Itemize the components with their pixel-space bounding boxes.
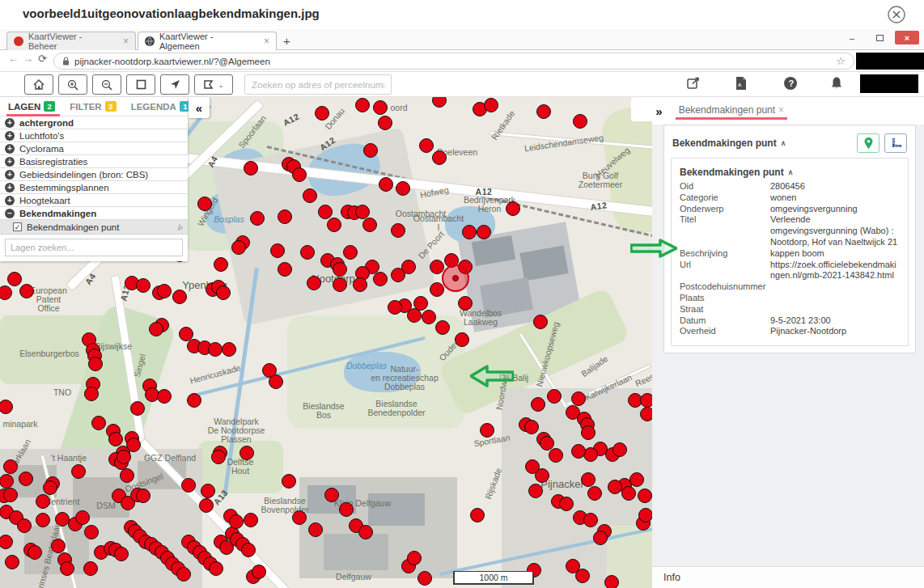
announcement-dot[interactable] <box>528 484 543 498</box>
announcement-dot[interactable] <box>536 104 551 119</box>
zoom-out-button[interactable] <box>92 74 121 95</box>
announcement-dot[interactable] <box>593 531 608 545</box>
announcement-dot[interactable] <box>136 489 150 503</box>
announcement-dot[interactable] <box>43 480 57 495</box>
announcement-dot[interactable] <box>455 332 469 347</box>
feature-attributes-header[interactable]: Bekendmakingen punt ∧ <box>680 163 900 181</box>
announcement-dot[interactable] <box>278 262 292 277</box>
browser-tab-algemeen[interactable]: KaartViewer - Algemeen × <box>138 32 277 50</box>
announcement-dot[interactable] <box>19 284 34 298</box>
announcement-dot[interactable] <box>547 389 562 404</box>
announcement-dot[interactable] <box>172 290 187 304</box>
announcement-dot[interactable] <box>363 143 378 158</box>
announcement-dot[interactable] <box>559 497 574 511</box>
minimize-button[interactable]: – <box>840 31 864 44</box>
tab-lagen[interactable]: LAGEN 2 <box>8 101 55 112</box>
announcement-dot[interactable] <box>83 561 98 576</box>
announcement-dot[interactable] <box>307 276 321 290</box>
announcement-dot[interactable] <box>581 425 596 440</box>
announcement-dot[interactable] <box>51 539 66 553</box>
announcement-dot[interactable] <box>88 357 103 371</box>
announcement-dot[interactable] <box>201 484 215 498</box>
window-close-button[interactable]: × <box>895 31 919 44</box>
layer-row[interactable]: −Bekendmakingen <box>0 207 188 220</box>
announcement-dot[interactable] <box>308 522 323 537</box>
announcement-dot[interactable] <box>378 116 392 130</box>
announcement-dot[interactable] <box>549 448 563 463</box>
select-area-button[interactable]: ⌄ <box>194 74 233 95</box>
selected-announcement-point[interactable] <box>442 264 469 292</box>
announcement-dot[interactable] <box>176 567 191 582</box>
announcement-dot[interactable] <box>640 393 652 408</box>
announcement-dot[interactable] <box>417 571 432 586</box>
announcement-dot[interactable] <box>373 272 388 286</box>
announcement-dot[interactable] <box>506 201 520 216</box>
maximize-button[interactable] <box>867 31 892 44</box>
announcement-dot[interactable] <box>608 480 622 494</box>
layer-row[interactable]: +Cyclorama <box>0 142 188 155</box>
tab-legenda[interactable]: LEGENDA 1 <box>131 101 191 112</box>
announcement-dot[interactable] <box>480 423 494 438</box>
announcement-dot[interactable] <box>199 498 214 513</box>
announcement-dot[interactable] <box>5 555 19 569</box>
announcement-dot[interactable] <box>353 277 367 292</box>
browser-tab-beheer[interactable]: KaartViewer - Beheer × <box>6 32 136 50</box>
announcement-dot[interactable] <box>216 286 231 300</box>
announcement-dot[interactable] <box>292 510 307 525</box>
announcement-dot[interactable] <box>252 565 266 579</box>
expand-layer-icon[interactable]: + <box>5 144 15 154</box>
announcement-dot[interactable] <box>269 374 283 389</box>
announcement-dot[interactable] <box>36 513 50 527</box>
announcement-dot[interactable] <box>19 472 33 486</box>
expand-panel-icon[interactable]: » <box>655 104 662 118</box>
announcement-dot[interactable] <box>136 278 150 293</box>
announcement-dot[interactable] <box>84 387 99 401</box>
collapse-left-panel-button[interactable]: « <box>189 97 210 118</box>
announcement-dot[interactable] <box>60 561 74 576</box>
announcement-dot[interactable] <box>327 218 341 232</box>
announcement-dot[interactable] <box>358 525 373 539</box>
announcement-dot[interactable] <box>470 508 485 522</box>
announcement-dot[interactable] <box>333 262 347 277</box>
announcement-dot[interactable] <box>422 310 436 324</box>
announcement-dot[interactable] <box>108 432 123 446</box>
announcement-dot[interactable] <box>149 322 163 336</box>
announcement-dot[interactable] <box>315 106 329 121</box>
announcement-dot[interactable] <box>462 225 477 239</box>
announcement-dot[interactable] <box>575 569 590 583</box>
announcement-dot[interactable] <box>638 508 652 522</box>
new-tab-button[interactable]: + <box>283 34 290 48</box>
announcement-dot[interactable] <box>638 489 652 503</box>
announcement-dot[interactable] <box>362 218 377 232</box>
collapse-layer-icon[interactable]: − <box>5 209 15 218</box>
announcement-dot[interactable] <box>407 551 422 565</box>
announcement-dot[interactable] <box>278 209 292 224</box>
announcement-dot[interactable] <box>612 442 627 457</box>
announcement-dot[interactable] <box>432 97 447 108</box>
announcement-dot[interactable] <box>229 514 244 529</box>
announcement-dot[interactable] <box>430 282 444 297</box>
bookmark-star-icon[interactable]: ☆ <box>836 55 846 67</box>
announcement-dot[interactable] <box>303 188 317 203</box>
announcement-dot[interactable] <box>197 197 212 211</box>
expand-layer-icon[interactable]: + <box>5 131 15 141</box>
announcement-dot[interactable] <box>629 472 644 487</box>
announcement-dot[interactable] <box>36 494 50 509</box>
announcement-dot[interactable] <box>0 286 12 300</box>
layer-row[interactable]: +Luchtfoto's <box>0 129 188 142</box>
announcement-dot[interactable] <box>120 468 134 483</box>
announcement-dot[interactable] <box>324 488 339 502</box>
announcement-dot[interactable] <box>401 260 416 274</box>
announcement-dot[interactable] <box>571 444 586 459</box>
home-button[interactable] <box>24 74 53 95</box>
announcement-dot[interactable] <box>17 518 32 533</box>
announcement-dot[interactable] <box>130 401 145 416</box>
announcement-dot[interactable] <box>7 272 22 286</box>
announcement-dot[interactable] <box>3 459 18 474</box>
layer-row[interactable]: +Basisregistraties <box>0 155 188 168</box>
announcement-dot[interactable] <box>300 245 315 260</box>
url-bar[interactable]: pijnacker-nootdorp.kaartviewer.nl/?@Alge… <box>53 53 854 70</box>
announcement-dot[interactable] <box>244 161 258 176</box>
announcement-dot[interactable] <box>84 525 99 539</box>
announcement-dot[interactable] <box>339 502 354 517</box>
